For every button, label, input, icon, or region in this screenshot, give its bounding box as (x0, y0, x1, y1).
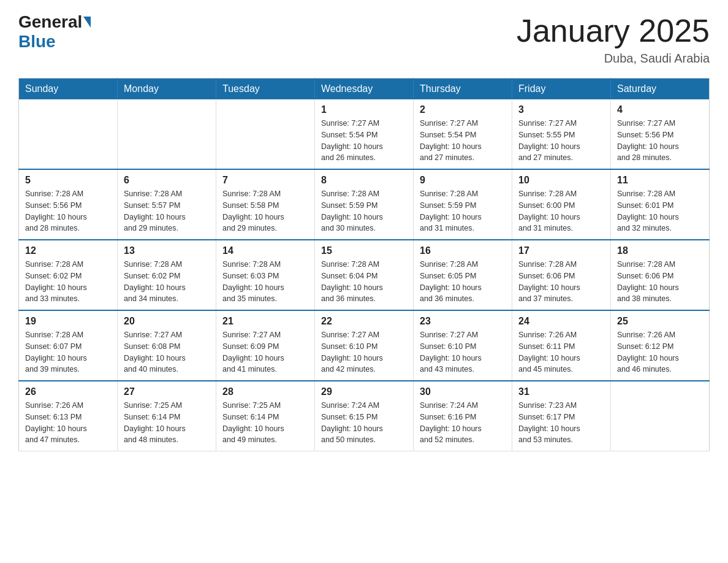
weekday-header-wednesday: Wednesday (315, 79, 414, 100)
weekday-header-saturday: Saturday (611, 79, 710, 100)
day-info: Sunrise: 7:27 AMSunset: 5:56 PMDaylight:… (617, 118, 703, 164)
calendar-week-row: 12Sunrise: 7:28 AMSunset: 6:02 PMDayligh… (19, 240, 710, 310)
day-info: Sunrise: 7:25 AMSunset: 6:14 PMDaylight:… (124, 400, 210, 446)
calendar-cell: 16Sunrise: 7:28 AMSunset: 6:05 PMDayligh… (414, 240, 512, 310)
calendar-cell: 17Sunrise: 7:28 AMSunset: 6:06 PMDayligh… (512, 240, 611, 310)
day-info: Sunrise: 7:27 AMSunset: 5:54 PMDaylight:… (420, 118, 506, 164)
day-info: Sunrise: 7:24 AMSunset: 6:15 PMDaylight:… (321, 400, 407, 446)
calendar-cell: 28Sunrise: 7:25 AMSunset: 6:14 PMDayligh… (216, 381, 315, 451)
day-number: 31 (518, 386, 604, 397)
calendar-cell: 10Sunrise: 7:28 AMSunset: 6:00 PMDayligh… (512, 169, 611, 240)
calendar-cell: 19Sunrise: 7:28 AMSunset: 6:07 PMDayligh… (19, 310, 118, 381)
title-section: January 2025 Duba, Saudi Arabia (517, 12, 710, 66)
calendar-cell: 21Sunrise: 7:27 AMSunset: 6:09 PMDayligh… (216, 310, 315, 381)
day-info: Sunrise: 7:28 AMSunset: 5:59 PMDaylight:… (321, 188, 407, 234)
logo: General Blue (18, 12, 92, 52)
day-info: Sunrise: 7:28 AMSunset: 5:58 PMDaylight:… (222, 188, 308, 234)
calendar-cell: 13Sunrise: 7:28 AMSunset: 6:02 PMDayligh… (118, 240, 216, 310)
day-info: Sunrise: 7:27 AMSunset: 6:10 PMDaylight:… (420, 329, 506, 375)
calendar-table: SundayMondayTuesdayWednesdayThursdayFrid… (18, 78, 710, 451)
day-info: Sunrise: 7:28 AMSunset: 6:03 PMDaylight:… (222, 259, 308, 305)
calendar-cell (118, 99, 216, 169)
weekday-header-monday: Monday (118, 79, 216, 100)
calendar-cell: 29Sunrise: 7:24 AMSunset: 6:15 PMDayligh… (315, 381, 414, 451)
day-number: 24 (518, 316, 604, 327)
day-number: 25 (617, 316, 703, 327)
day-info: Sunrise: 7:28 AMSunset: 6:02 PMDaylight:… (25, 259, 111, 305)
calendar-week-row: 1Sunrise: 7:27 AMSunset: 5:54 PMDaylight… (19, 99, 710, 169)
day-number: 26 (25, 386, 111, 397)
calendar-cell: 11Sunrise: 7:28 AMSunset: 6:01 PMDayligh… (611, 169, 710, 240)
calendar-cell: 5Sunrise: 7:28 AMSunset: 5:56 PMDaylight… (19, 169, 118, 240)
calendar-cell: 31Sunrise: 7:23 AMSunset: 6:17 PMDayligh… (512, 381, 611, 451)
calendar-cell: 12Sunrise: 7:28 AMSunset: 6:02 PMDayligh… (19, 240, 118, 310)
day-number: 7 (222, 175, 308, 186)
day-info: Sunrise: 7:28 AMSunset: 6:07 PMDaylight:… (25, 329, 111, 375)
calendar-cell (611, 381, 710, 451)
day-number: 4 (617, 104, 703, 115)
day-info: Sunrise: 7:24 AMSunset: 6:16 PMDaylight:… (420, 400, 506, 446)
day-number: 12 (25, 245, 111, 256)
calendar-cell: 6Sunrise: 7:28 AMSunset: 5:57 PMDaylight… (118, 169, 216, 240)
location-subtitle: Duba, Saudi Arabia (517, 52, 710, 66)
calendar-cell: 8Sunrise: 7:28 AMSunset: 5:59 PMDaylight… (315, 169, 414, 240)
day-number: 22 (321, 316, 407, 327)
day-number: 23 (420, 316, 506, 327)
day-info: Sunrise: 7:28 AMSunset: 6:00 PMDaylight:… (518, 188, 604, 234)
day-number: 2 (420, 104, 506, 115)
day-info: Sunrise: 7:28 AMSunset: 6:04 PMDaylight:… (321, 259, 407, 305)
day-number: 3 (518, 104, 604, 115)
day-number: 28 (222, 386, 308, 397)
day-info: Sunrise: 7:28 AMSunset: 6:01 PMDaylight:… (617, 188, 703, 234)
day-info: Sunrise: 7:26 AMSunset: 6:13 PMDaylight:… (25, 400, 111, 446)
calendar-cell (19, 99, 118, 169)
calendar-cell: 1Sunrise: 7:27 AMSunset: 5:54 PMDaylight… (315, 99, 414, 169)
weekday-header-friday: Friday (512, 79, 611, 100)
calendar-cell: 4Sunrise: 7:27 AMSunset: 5:56 PMDaylight… (611, 99, 710, 169)
logo-general-text: General (18, 12, 82, 32)
calendar-cell: 26Sunrise: 7:26 AMSunset: 6:13 PMDayligh… (19, 381, 118, 451)
calendar-cell: 27Sunrise: 7:25 AMSunset: 6:14 PMDayligh… (118, 381, 216, 451)
day-number: 10 (518, 175, 604, 186)
day-info: Sunrise: 7:26 AMSunset: 6:11 PMDaylight:… (518, 329, 604, 375)
calendar-week-row: 19Sunrise: 7:28 AMSunset: 6:07 PMDayligh… (19, 310, 710, 381)
calendar-cell: 30Sunrise: 7:24 AMSunset: 6:16 PMDayligh… (414, 381, 512, 451)
calendar-cell: 15Sunrise: 7:28 AMSunset: 6:04 PMDayligh… (315, 240, 414, 310)
day-number: 5 (25, 175, 111, 186)
day-number: 20 (124, 316, 210, 327)
day-info: Sunrise: 7:27 AMSunset: 5:55 PMDaylight:… (518, 118, 604, 164)
calendar-cell: 24Sunrise: 7:26 AMSunset: 6:11 PMDayligh… (512, 310, 611, 381)
day-number: 14 (222, 245, 308, 256)
day-number: 16 (420, 245, 506, 256)
day-info: Sunrise: 7:28 AMSunset: 5:57 PMDaylight:… (124, 188, 210, 234)
calendar-cell: 3Sunrise: 7:27 AMSunset: 5:55 PMDaylight… (512, 99, 611, 169)
calendar-cell: 23Sunrise: 7:27 AMSunset: 6:10 PMDayligh… (414, 310, 512, 381)
day-info: Sunrise: 7:27 AMSunset: 6:08 PMDaylight:… (124, 329, 210, 375)
day-number: 15 (321, 245, 407, 256)
day-number: 9 (420, 175, 506, 186)
calendar-cell: 7Sunrise: 7:28 AMSunset: 5:58 PMDaylight… (216, 169, 315, 240)
weekday-header-thursday: Thursday (414, 79, 512, 100)
calendar-week-row: 5Sunrise: 7:28 AMSunset: 5:56 PMDaylight… (19, 169, 710, 240)
page-header: General Blue January 2025 Duba, Saudi Ar… (18, 12, 710, 66)
calendar-cell (216, 99, 315, 169)
day-info: Sunrise: 7:28 AMSunset: 6:06 PMDaylight:… (617, 259, 703, 305)
logo-arrow-icon (83, 17, 91, 28)
day-info: Sunrise: 7:27 AMSunset: 6:09 PMDaylight:… (222, 329, 308, 375)
calendar-cell: 18Sunrise: 7:28 AMSunset: 6:06 PMDayligh… (611, 240, 710, 310)
day-number: 29 (321, 386, 407, 397)
calendar-cell: 9Sunrise: 7:28 AMSunset: 5:59 PMDaylight… (414, 169, 512, 240)
calendar-cell: 25Sunrise: 7:26 AMSunset: 6:12 PMDayligh… (611, 310, 710, 381)
day-number: 27 (124, 386, 210, 397)
calendar-cell: 20Sunrise: 7:27 AMSunset: 6:08 PMDayligh… (118, 310, 216, 381)
day-number: 17 (518, 245, 604, 256)
day-info: Sunrise: 7:28 AMSunset: 6:05 PMDaylight:… (420, 259, 506, 305)
day-number: 1 (321, 104, 407, 115)
day-number: 11 (617, 175, 703, 186)
day-number: 21 (222, 316, 308, 327)
day-number: 8 (321, 175, 407, 186)
calendar-cell: 14Sunrise: 7:28 AMSunset: 6:03 PMDayligh… (216, 240, 315, 310)
day-info: Sunrise: 7:26 AMSunset: 6:12 PMDaylight:… (617, 329, 703, 375)
calendar-cell: 2Sunrise: 7:27 AMSunset: 5:54 PMDaylight… (414, 99, 512, 169)
day-info: Sunrise: 7:28 AMSunset: 6:06 PMDaylight:… (518, 259, 604, 305)
